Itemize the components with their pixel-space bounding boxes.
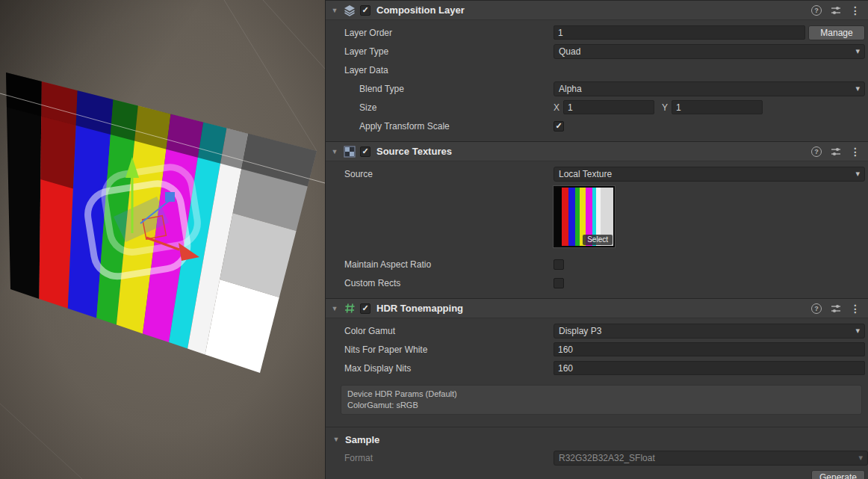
texture-select-button[interactable]: Select — [583, 235, 613, 245]
layer-data-label: Layer Data — [344, 65, 554, 75]
layer-order-label: Layer Order — [344, 28, 554, 38]
source-textures-header[interactable]: ▼ ✓ Source Textures ? — [326, 141, 868, 161]
component-enabled-checkbox[interactable]: ✓ — [360, 303, 371, 314]
manage-button[interactable]: Manage — [808, 25, 865, 40]
section-sample: ▼ Sample Format R32G32B32A32_SFloat ▾ Ge… — [326, 427, 868, 479]
row-apply-transform-scale: Apply Transform Scale ✓ — [326, 117, 865, 135]
source-label: Source — [344, 169, 554, 179]
row-layer-data: Layer Data — [326, 61, 865, 79]
row-nits-for-paper-white: Nits For Paper White — [326, 340, 865, 359]
max-display-nits-label: Max Display Nits — [344, 363, 554, 374]
layer-type-label: Layer Type — [344, 46, 554, 57]
foldout-arrow-icon[interactable]: ▼ — [330, 7, 339, 14]
format-value: R32G32B32A32_SFloat — [559, 453, 854, 463]
format-label: Format — [344, 453, 554, 463]
inspector-panel: ▼ ✓ Composition Layer ? — [325, 0, 868, 479]
row-maintain-aspect-ratio: Maintain Aspect Ratio — [326, 255, 865, 274]
color-gamut-dropdown[interactable]: Display P3 ▾ — [554, 324, 865, 339]
row-color-gamut: Color Gamut Display P3 ▾ — [326, 321, 865, 340]
source-value: Local Texture — [559, 169, 851, 179]
chevron-down-icon: ▾ — [855, 326, 860, 336]
component-enabled-checkbox[interactable]: ✓ — [360, 146, 371, 157]
foldout-arrow-icon[interactable]: ▼ — [330, 305, 339, 312]
help-icon[interactable]: ? — [811, 303, 822, 314]
row-format: Format R32G32B32A32_SFloat ▾ — [326, 448, 868, 467]
size-y-label: Y — [662, 102, 668, 113]
section-hdr-tonemapping: ▼ ✓ HDR Tonemapping ? — [326, 298, 868, 421]
size-y-input[interactable] — [672, 100, 763, 114]
size-label: Size — [344, 102, 554, 113]
menu-icon[interactable]: ⋮ — [850, 5, 861, 16]
scene-view[interactable] — [0, 0, 325, 479]
hdr-tonemapping-header[interactable]: ▼ ✓ HDR Tonemapping ? — [326, 298, 868, 318]
maintain-aspect-ratio-label: Maintain Aspect Ratio — [344, 259, 554, 270]
script-icon — [344, 303, 356, 315]
menu-icon[interactable]: ⋮ — [850, 303, 861, 314]
color-gamut-value: Display P3 — [559, 326, 851, 336]
sample-title: Sample — [345, 434, 379, 445]
section-title: Source Textures — [376, 146, 452, 157]
texture-icon — [344, 146, 356, 158]
foldout-arrow-icon[interactable]: ▼ — [332, 436, 341, 443]
row-layer-type: Layer Type Quad ▾ — [326, 42, 865, 61]
chevron-down-icon: ▾ — [858, 453, 863, 463]
component-enabled-checkbox[interactable]: ✓ — [360, 5, 371, 16]
apply-transform-scale-label: Apply Transform Scale — [344, 121, 554, 132]
foldout-arrow-icon[interactable]: ▼ — [330, 148, 339, 155]
help-icon[interactable]: ? — [811, 146, 822, 157]
presets-icon[interactable] — [830, 146, 842, 158]
presets-icon[interactable] — [830, 303, 842, 315]
layers-icon — [344, 4, 356, 16]
section-source-textures: ▼ ✓ Source Textures ? — [326, 141, 868, 298]
z-axis-handle-icon[interactable] — [165, 192, 175, 202]
row-custom-rects: Custom Rects — [326, 274, 865, 292]
section-title: HDR Tonemapping — [376, 303, 463, 314]
size-x-input[interactable] — [563, 100, 654, 114]
row-source: Source Local Texture ▾ — [326, 164, 865, 183]
row-texture-preview: Select — [326, 183, 865, 255]
apply-transform-scale-checkbox[interactable]: ✓ — [554, 121, 564, 132]
composition-layer-header[interactable]: ▼ ✓ Composition Layer ? — [326, 0, 868, 20]
nits-for-paper-white-input[interactable] — [554, 342, 865, 356]
size-x-label: X — [554, 102, 559, 113]
custom-rects-label: Custom Rects — [344, 278, 554, 288]
row-layer-order: Layer Order Manage — [326, 23, 865, 42]
generate-button[interactable]: Generate — [811, 470, 865, 479]
info-line: Device HDR Params (Default) — [347, 389, 855, 400]
custom-rects-checkbox[interactable] — [554, 278, 564, 288]
unity-editor: ▼ ✓ Composition Layer ? — [0, 0, 868, 479]
chevron-down-icon: ▾ — [855, 84, 860, 93]
nits-for-paper-white-label: Nits For Paper White — [344, 344, 554, 355]
scene-canvas — [0, 0, 325, 479]
sample-foldout-header[interactable]: ▼ Sample — [326, 430, 868, 448]
row-size: Size X Y — [326, 98, 865, 117]
texture-preview[interactable]: Select — [554, 186, 615, 247]
help-icon[interactable]: ? — [811, 5, 822, 16]
source-dropdown[interactable]: Local Texture ▾ — [554, 167, 865, 182]
chevron-down-icon: ▾ — [855, 46, 860, 56]
row-blend-type: Blend Type Alpha ▾ — [326, 79, 865, 98]
layer-order-input[interactable] — [554, 25, 805, 40]
section-title: Composition Layer — [376, 4, 465, 16]
presets-icon[interactable] — [830, 4, 842, 16]
section-composition-layer: ▼ ✓ Composition Layer ? — [326, 0, 868, 141]
layer-type-value: Quad — [559, 46, 851, 57]
max-display-nits-input[interactable] — [554, 361, 865, 375]
blend-type-dropdown[interactable]: Alpha ▾ — [554, 81, 865, 96]
format-dropdown: R32G32B32A32_SFloat ▾ — [554, 451, 868, 466]
menu-icon[interactable]: ⋮ — [850, 146, 861, 157]
blend-type-label: Blend Type — [344, 84, 554, 94]
blend-type-value: Alpha — [559, 84, 851, 94]
info-line: ColorGamut: sRGB — [347, 400, 855, 411]
chevron-down-icon: ▾ — [855, 169, 860, 179]
row-max-display-nits: Max Display Nits — [326, 359, 865, 377]
maintain-aspect-ratio-checkbox[interactable] — [554, 259, 564, 270]
layer-type-dropdown[interactable]: Quad ▾ — [554, 44, 865, 59]
row-generate: Generate — [326, 467, 868, 479]
color-gamut-label: Color Gamut — [344, 326, 554, 336]
hdr-params-info-box: Device HDR Params (Default) ColorGamut: … — [341, 385, 862, 415]
